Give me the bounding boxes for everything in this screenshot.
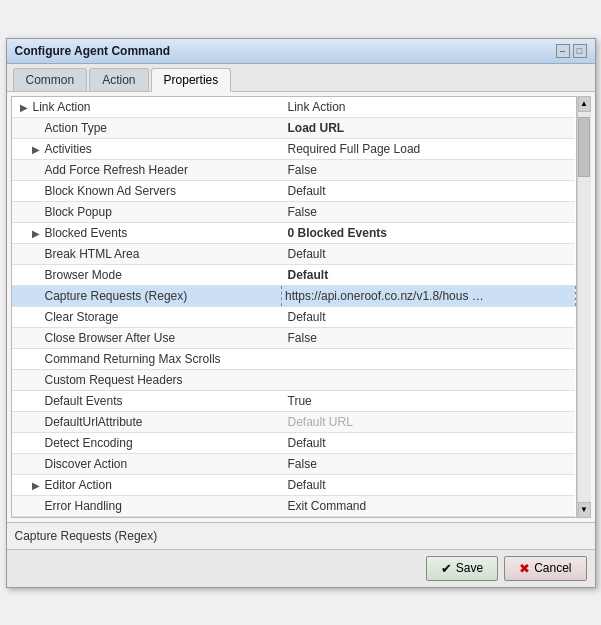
row-label: Action Type [12,117,282,138]
properties-table-wrapper: ▶Link ActionLink ActionAction TypeLoad U… [11,96,591,518]
table-row[interactable]: ▶Link ActionLink Action [12,97,576,118]
row-label: Detect Encoding [12,432,282,453]
row-label: Block Popup [12,201,282,222]
table-row[interactable]: Detect EncodingDefault [12,432,576,453]
row-value: Required Full Page Load [282,138,576,159]
row-label: Block Known Ad Servers [12,180,282,201]
table-row[interactable]: Discover ActionFalse [12,453,576,474]
row-value: Link Action [282,97,576,118]
row-value: False [282,327,576,348]
table-row[interactable]: Clear StorageDefault [12,306,576,327]
properties-table: ▶Link ActionLink ActionAction TypeLoad U… [12,97,576,517]
table-row[interactable]: DefaultUrlAttributeDefault URL [12,411,576,432]
cancel-button[interactable]: ✖ Cancel [504,556,586,581]
row-label: Close Browser After Use [12,327,282,348]
row-label: ▶Blocked Events [12,222,282,243]
row-label: Clear Storage [12,306,282,327]
row-value: False [282,453,576,474]
bottom-label: Capture Requests (Regex) [7,522,595,549]
row-label: Add Force Refresh Header [12,159,282,180]
expand-icon[interactable]: ▶ [32,480,42,491]
row-label: ▶Link Action [12,97,282,118]
row-label: Custom Request Headers [12,369,282,390]
row-value: Default URL [282,411,576,432]
row-label: Capture Requests (Regex) [12,285,282,306]
save-button[interactable]: ✔ Save [426,556,498,581]
table-row[interactable]: ▶Editor ActionDefault [12,474,576,495]
expand-icon[interactable]: ▶ [32,228,42,239]
row-label: DefaultUrlAttribute [12,411,282,432]
row-value: Default [282,306,576,327]
scrollbar-up-button[interactable]: ▲ [578,96,591,112]
table-row[interactable]: ▶Blocked Events0 Blocked Events [12,222,576,243]
row-label: Error Handling [12,495,282,516]
row-value: Default [282,264,576,285]
table-row[interactable]: Error HandlingExit Command [12,495,576,516]
table-row[interactable]: Capture Requests (Regex)https://api.oner… [12,285,576,306]
tab-properties[interactable]: Properties [151,68,232,92]
properties-content: ▶Link ActionLink ActionAction TypeLoad U… [7,92,595,522]
scrollbar-thumb[interactable] [578,117,590,177]
table-row[interactable]: Block PopupFalse [12,201,576,222]
expand-icon[interactable]: ▶ [32,144,42,155]
properties-table-container: ▶Link ActionLink ActionAction TypeLoad U… [11,96,577,518]
cancel-icon: ✖ [519,561,530,576]
row-label: ▶Activities [12,138,282,159]
minimize-button[interactable]: – [556,44,570,58]
bottom-bar: ✔ Save ✖ Cancel [7,549,595,587]
title-bar-buttons: – □ [556,44,587,58]
configure-agent-command-dialog: Configure Agent Command – □ Common Actio… [6,38,596,588]
row-value: Exit Command [282,495,576,516]
row-value: Load URL [282,117,576,138]
cancel-label: Cancel [534,561,571,575]
row-value: True [282,390,576,411]
row-value: https://api.oneroof.co.nz/v1.8/hous … [282,285,576,306]
dialog-title: Configure Agent Command [15,44,171,58]
row-value: Default [282,243,576,264]
row-value: Default [282,474,576,495]
row-value [282,369,576,390]
table-row[interactable]: Close Browser After UseFalse [12,327,576,348]
expand-icon[interactable]: ▶ [20,102,30,113]
title-bar: Configure Agent Command – □ [7,39,595,64]
save-icon: ✔ [441,561,452,576]
table-row[interactable]: Add Force Refresh HeaderFalse [12,159,576,180]
tab-common[interactable]: Common [13,68,88,91]
row-value: False [282,201,576,222]
scrollbar-down-button[interactable]: ▼ [578,502,591,518]
row-value: 0 Blocked Events [282,222,576,243]
table-row[interactable]: Action TypeLoad URL [12,117,576,138]
properties-table-inner: ▶Link ActionLink ActionAction TypeLoad U… [11,96,577,518]
tab-action[interactable]: Action [89,68,148,91]
row-label: Default Events [12,390,282,411]
table-row[interactable]: Default EventsTrue [12,390,576,411]
save-label: Save [456,561,483,575]
row-label: Break HTML Area [12,243,282,264]
row-value: Default [282,432,576,453]
scrollbar-track [578,112,591,502]
table-row[interactable]: Custom Request Headers [12,369,576,390]
scrollbar[interactable]: ▲ ▼ [577,96,591,518]
row-value: False [282,159,576,180]
row-label: ▶Editor Action [12,474,282,495]
maximize-button[interactable]: □ [573,44,587,58]
row-label: Browser Mode [12,264,282,285]
row-label: Command Returning Max Scrolls [12,348,282,369]
table-row[interactable]: Break HTML AreaDefault [12,243,576,264]
table-row[interactable]: Browser ModeDefault [12,264,576,285]
row-value [282,348,576,369]
row-label: Discover Action [12,453,282,474]
tab-bar: Common Action Properties [7,64,595,92]
table-row[interactable]: ▶ActivitiesRequired Full Page Load [12,138,576,159]
row-value: Default [282,180,576,201]
table-row[interactable]: Block Known Ad ServersDefault [12,180,576,201]
table-row[interactable]: Command Returning Max Scrolls [12,348,576,369]
